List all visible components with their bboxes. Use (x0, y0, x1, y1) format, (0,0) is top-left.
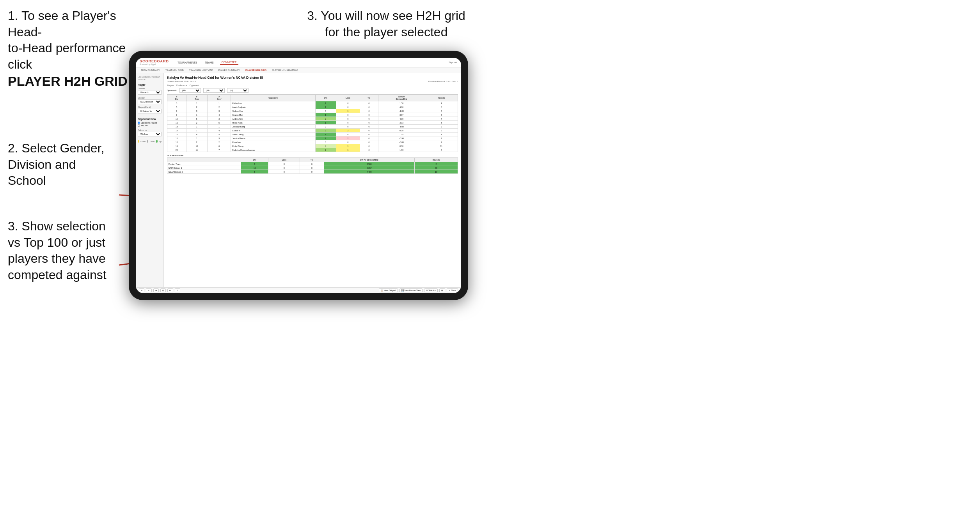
tablet-screen: SCOREBOARD Powered by clippd TOURNAMENTS… (136, 58, 461, 293)
filter-opponent-label: Opponent (190, 84, 199, 87)
opponent-select[interactable]: (All) (227, 88, 249, 93)
table-row: 15 8 5 Stella Cheng 1 0 0 1.25 4 (167, 133, 458, 136)
sidebar-colour-select[interactable]: Win/loss (138, 132, 162, 136)
sign-out[interactable]: Sign out (449, 61, 457, 64)
sidebar-player-title: Player (138, 83, 162, 86)
table-row: 18 2 2 Euna Lee 0 0 0 -5.00 2 (167, 140, 458, 144)
data-table: #Div #Reg #Conf Opponent Win Loss Tie Di… (167, 94, 458, 152)
sub-nav-player-h2h-grid[interactable]: PLAYER H2H GRID (244, 68, 268, 72)
sidebar-player-rank-select[interactable]: 8. Katelyn Vo (138, 109, 162, 113)
instruction-line2: to-Head performance click (8, 41, 126, 71)
toolbar-back[interactable]: ← (146, 288, 152, 292)
th-diff: Diff AvStrokes/Rnd (378, 95, 425, 101)
instruction-mid-left: 2. Select Gender, Division and School (8, 140, 121, 189)
table-row: 20 11 7 Federica Domecq Lacroze 2 1 0 1.… (167, 148, 458, 152)
sub-nav-team-h2h-grid[interactable]: TEAM H2H GRID (164, 68, 185, 72)
ood-th-win: Win (241, 158, 268, 162)
nav-tournaments[interactable]: TOURNAMENTS (176, 60, 199, 65)
logo-area: SCOREBOARD Powered by clippd (140, 59, 169, 65)
th-conf: #Conf (207, 95, 231, 101)
sidebar: Last Updated: 27/03/202416:55:38 Player … (136, 73, 164, 287)
table-row: 3 1 1 Esther Lee 1 0 0 1.50 4 (167, 101, 458, 105)
toolbar-watch[interactable]: 👁 Watch ▾ (424, 288, 438, 292)
main-content: Katelyn Vo Head-to-Head Grid for Women's… (164, 73, 461, 287)
colour-label-level: Level (150, 140, 154, 143)
filter-group-region: Region (167, 84, 174, 87)
nav-bar: SCOREBOARD Powered by clippd TOURNAMENTS… (136, 58, 461, 67)
ood-table-row: NCAA Division 2 5 0 0 7.400 10 (167, 170, 458, 174)
sidebar-timestamp: Last Updated: 27/03/202416:55:38 (138, 76, 162, 81)
sub-nav-team-summary[interactable]: TEAM SUMMARY (140, 68, 161, 72)
sub-nav-player-heatmap[interactable]: PLAYER H2H HEATMAP (271, 68, 299, 72)
ood-th-rounds: Rounds (414, 158, 458, 162)
colour-dot-down (138, 140, 139, 143)
table-row: 11 2 5 Heejo Hyun 1 0 0 3.33 3 (167, 121, 458, 125)
table-row: 14 7 4 Eunice Yi 2 2 0 0.38 9 (167, 129, 458, 133)
content-area: Last Updated: 27/03/202416:55:38 Player … (136, 73, 461, 287)
instruction-line1: 1. To see a Player's Head- (8, 9, 116, 39)
filter-group-opponent: Opponent (190, 84, 199, 87)
filter-group-conference: Conference (176, 84, 187, 87)
filter-region-label: Region (167, 84, 174, 87)
instruction-mid2: Division and (8, 157, 76, 172)
sidebar-player-rank-label: Player (Rank) (138, 106, 162, 108)
toolbar-grid2[interactable]: ⊞· (439, 288, 445, 292)
logo-sub: Powered by clippd (140, 63, 169, 65)
toolbar-circle[interactable]: ⊙ (175, 288, 180, 292)
colour-label-up: Up (159, 140, 162, 143)
table-row: 19 10 6 Emily Chang 4 1 0 0.30 11 (167, 144, 458, 148)
sidebar-division-select[interactable]: NCAA Division III (138, 99, 162, 104)
th-win: Win (315, 95, 336, 101)
table-row: 9 1 4 Sharon Mun 1 0 0 3.67 3 (167, 113, 458, 117)
table-row: 6 3 3 Sydney Kuo 0 1 0 -1.00 3 (167, 109, 458, 113)
toolbar-view-original[interactable]: 📋 View: Original (379, 288, 398, 292)
instruction-top-right: 3. You will now see H2H gridfor the play… (304, 8, 468, 40)
sidebar-radio-group: Opponents Played Top 100 (138, 122, 162, 127)
colour-legend: Down Level Up (138, 140, 162, 143)
instruction-top-left: 1. To see a Player's Head- to-Head perfo… (8, 8, 133, 90)
ood-table-row: NAIA Division 1 15 0 0 9.267 30 (167, 166, 458, 170)
colour-label-down: Down (140, 140, 146, 143)
table-row: 10 6 3 Andrea York 2 0 0 4.00 4 (167, 117, 458, 121)
sub-nav-player-summary[interactable]: PLAYER SUMMARY (217, 68, 241, 72)
ood-th-diff: Diff Av Strokes/Rnd (324, 158, 414, 162)
sidebar-gender-select[interactable]: Women's (138, 90, 162, 95)
instruction-mid3: School (8, 173, 46, 187)
sidebar-opponent-view-title: Opponent view (138, 118, 162, 120)
th-tie: Tie (360, 95, 378, 101)
th-reg: #Reg (186, 95, 207, 101)
ood-th-name (167, 158, 241, 162)
sidebar-division-label: Division (138, 97, 162, 99)
th-opponent: Opponent (231, 95, 315, 101)
toolbar-undo[interactable]: ↩ (139, 288, 144, 292)
filter-row-2: Opponents: (All) (All) (All) (167, 88, 458, 93)
instruction-bottom-left: 3. Show selection vs Top 100 or just pla… (8, 218, 121, 283)
sub-nav-team-heatmap[interactable]: TEAM H2H HEATMAP (188, 68, 214, 72)
toolbar-save-custom[interactable]: 💾 Save Custom View (399, 288, 423, 292)
table-row: 5 2 2 Alexis Sudjianto 1 0 0 4.00 3 (167, 105, 458, 109)
ood-th-tie: Tie (300, 158, 324, 162)
instruction-bot4: competed against (8, 268, 107, 282)
radio-opponents-played[interactable]: Opponents Played (138, 122, 162, 124)
toolbar-share[interactable]: ↗ Share (447, 288, 458, 292)
instruction-bot2: vs Top 100 or just (8, 235, 105, 249)
conference-select[interactable]: (All) (203, 88, 225, 93)
instruction-bold: PLAYER H2H GRID (8, 74, 128, 88)
toolbar-undo2[interactable]: ↩· (167, 288, 173, 292)
instruction-bot1: 3. Show selection (8, 219, 106, 233)
toolbar-grid[interactable]: ⊡ (160, 288, 166, 292)
radio-top100[interactable]: Top 100 (138, 124, 162, 127)
nav-teams[interactable]: TEAMS (203, 60, 215, 65)
opponents-select[interactable]: (All) (179, 88, 201, 93)
instruction-tr-text: 3. You will now see H2H gridfor the play… (307, 9, 465, 39)
overall-record: Overall Record: 353 - 34 - 6 (167, 80, 196, 83)
table-row: 16 1 3 Jessica Mason 1 2 0 -0.94 7 (167, 136, 458, 140)
sidebar-gender-label: Gender (138, 87, 162, 90)
sidebar-colour-by-label: Colour by (138, 129, 162, 131)
ood-table-row: Foreign Team 1 0 0 4.500 2 (167, 162, 458, 166)
toolbar-redo[interactable]: ↪ (153, 288, 159, 292)
nav-committee[interactable]: COMMITTEE (220, 60, 238, 65)
ood-th-loss: Loss (268, 158, 300, 162)
grid-subtitle: Overall Record: 353 - 34 - 6 Division Re… (167, 80, 458, 83)
sub-nav: TEAM SUMMARY TEAM H2H GRID TEAM H2H HEAT… (136, 67, 461, 73)
